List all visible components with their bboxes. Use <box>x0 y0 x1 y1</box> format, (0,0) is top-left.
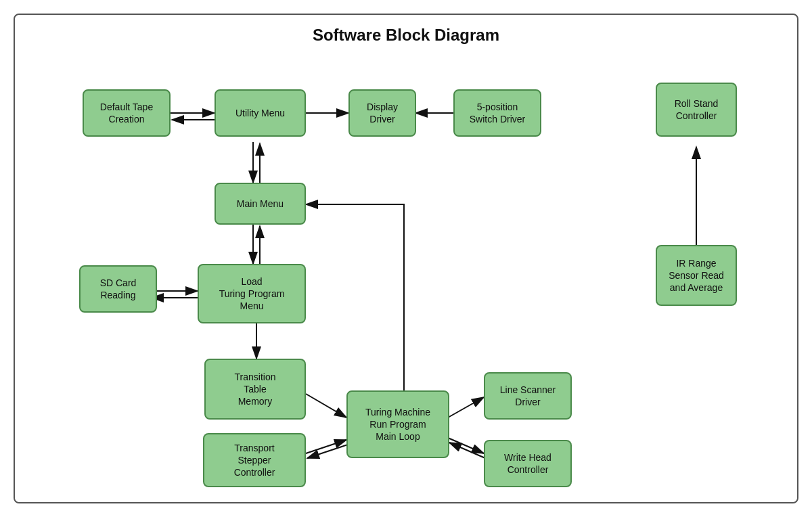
block-display-driver: Display Driver <box>348 89 416 137</box>
svg-line-16 <box>449 443 485 458</box>
svg-line-13 <box>307 445 348 458</box>
block-sd-card: SD Card Reading <box>79 265 157 313</box>
block-main-menu: Main Menu <box>215 183 306 225</box>
svg-line-14 <box>448 397 484 418</box>
svg-line-11 <box>306 394 346 418</box>
block-write-head: Write Head Controller <box>484 440 572 487</box>
block-utility-menu: Utility Menu <box>215 89 306 137</box>
block-transport-stepper: Transport Stepper Controller <box>203 433 306 487</box>
block-ir-range: IR Range Sensor Read and Average <box>656 245 737 306</box>
block-default-tape: Default Tape Creation <box>83 89 171 137</box>
svg-line-15 <box>448 438 484 453</box>
block-switch-driver: 5-position Switch Driver <box>453 89 541 137</box>
block-roll-stand: Roll Stand Controller <box>656 83 737 137</box>
block-load-turing: Load Turing Program Menu <box>198 264 306 323</box>
block-transition-table: Transition Table Memory <box>204 359 306 420</box>
svg-line-12 <box>306 440 346 453</box>
diagram-container: Software Block Diagram <box>14 14 798 503</box>
diagram-title: Software Block Diagram <box>15 15 797 51</box>
block-line-scanner: Line Scanner Driver <box>484 372 572 420</box>
block-turing-main: Turing Machine Run Program Main Loop <box>346 390 449 458</box>
